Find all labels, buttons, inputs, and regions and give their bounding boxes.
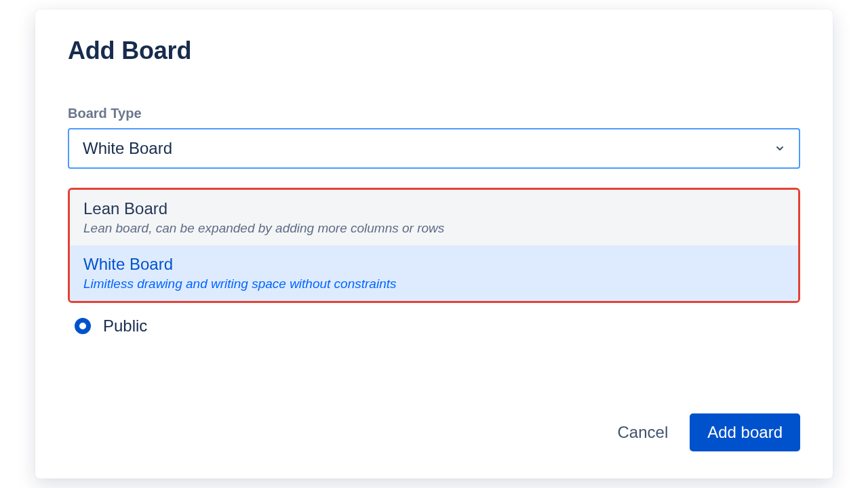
option-description: Lean board, can be expanded by adding mo… xyxy=(83,220,785,237)
visibility-radio-label: Public xyxy=(103,317,147,336)
visibility-field: Public xyxy=(68,317,800,336)
option-description: Limitless drawing and writing space with… xyxy=(83,276,785,293)
board-type-dropdown: Lean Board Lean board, can be expanded b… xyxy=(68,188,800,303)
chevron-down-icon xyxy=(774,143,785,154)
option-title: Lean Board xyxy=(83,198,785,219)
cancel-button[interactable]: Cancel xyxy=(612,416,674,449)
board-type-selected-value: White Board xyxy=(83,139,172,158)
add-board-button[interactable]: Add board xyxy=(690,413,800,451)
board-type-label: Board Type xyxy=(68,106,800,121)
board-type-option-white-board[interactable]: White Board Limitless drawing and writin… xyxy=(70,245,798,301)
visibility-radio-public[interactable] xyxy=(73,317,92,336)
board-type-select[interactable]: White Board xyxy=(68,128,800,169)
dialog-actions: Cancel Add board xyxy=(612,413,800,451)
add-board-dialog: Add Board Board Type White Board Lean Bo… xyxy=(35,9,833,479)
radio-selected-icon xyxy=(75,318,91,334)
board-type-option-lean-board[interactable]: Lean Board Lean board, can be expanded b… xyxy=(70,190,798,245)
board-type-field: White Board Lean Board Lean board, can b… xyxy=(68,128,800,169)
dialog-title: Add Board xyxy=(68,37,800,65)
option-title: White Board xyxy=(83,253,785,274)
